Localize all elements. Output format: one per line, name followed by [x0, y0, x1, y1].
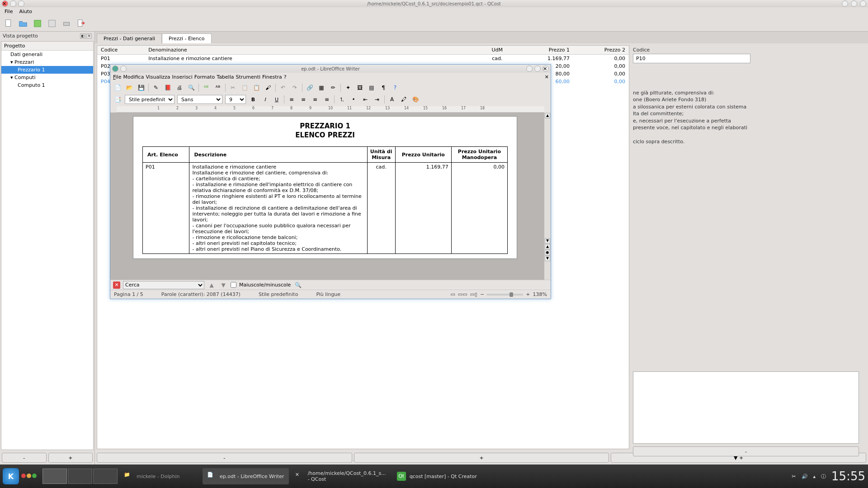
task-qcost[interactable]: ✕ /home/mickele/QCost_0.6.1_s...- QCost: [291, 468, 391, 484]
menu-aiuto[interactable]: Aiuto: [16, 8, 35, 15]
saveas-icon[interactable]: [47, 19, 57, 28]
lo-minimize-icon[interactable]: [526, 66, 533, 72]
lo-spellcheck-icon[interactable]: ᴬᴮ: [202, 83, 211, 92]
row-remove-button[interactable]: -: [97, 453, 352, 463]
tab-dati-generali[interactable]: Prezzi - Dati generali: [97, 33, 162, 43]
col-codice[interactable]: Codice: [97, 46, 145, 55]
volume-tray-icon[interactable]: 🔊: [802, 474, 808, 479]
lo-indent-icon[interactable]: ⇥: [373, 95, 382, 104]
lo-size-select[interactable]: 9: [225, 95, 246, 104]
tree-item-prezzari[interactable]: ▾ Prezzari: [1, 58, 93, 66]
lo-menu-help[interactable]: ?: [284, 74, 287, 80]
lo-table-icon[interactable]: ▦: [317, 83, 326, 92]
tray-expand-icon[interactable]: ▴: [813, 474, 816, 479]
scroll-next-icon[interactable]: ▼: [545, 256, 550, 261]
lo-pin-icon[interactable]: [120, 66, 127, 72]
lo-italic-icon[interactable]: I: [260, 95, 269, 104]
new-icon[interactable]: [4, 19, 14, 28]
lo-underline-icon[interactable]: U: [272, 95, 281, 104]
col-udm[interactable]: UdM: [479, 46, 515, 55]
lo-paste-icon[interactable]: 📋: [252, 83, 261, 92]
status-words[interactable]: Parole (caratteri): 2087 (14437): [161, 291, 241, 297]
search-close-icon[interactable]: ✕: [113, 282, 120, 289]
tree-item-prezzario1[interactable]: Prezzario 1: [1, 66, 93, 74]
codice-input[interactable]: [633, 54, 750, 63]
col-p2[interactable]: Prezzo 2: [573, 46, 629, 55]
status-lang[interactable]: Più lingue: [316, 291, 340, 297]
lo-align-left-icon[interactable]: ≡: [287, 95, 296, 104]
lo-undo-icon[interactable]: ↶: [278, 83, 288, 92]
status-style[interactable]: Stile predefinito: [259, 291, 298, 297]
taskbar-clock[interactable]: 15:55: [831, 469, 865, 483]
lo-bg-color-icon[interactable]: 🎨: [411, 95, 420, 104]
lo-cut-icon[interactable]: ✂: [228, 83, 237, 92]
open-icon[interactable]: [18, 19, 28, 28]
lo-menu-file[interactable]: FFileile: [113, 74, 121, 80]
search-prev-icon[interactable]: ▲: [207, 281, 216, 290]
tree-item-dati-generali[interactable]: Dati generali: [1, 51, 93, 58]
scroll-down-icon[interactable]: ▼: [545, 238, 550, 244]
max-icon[interactable]: [851, 0, 857, 7]
col-p1[interactable]: Prezzo 1: [515, 46, 573, 55]
tab-elenco[interactable]: Prezzi - Elenco: [162, 33, 212, 43]
lo-new-icon[interactable]: 📄: [113, 83, 122, 92]
lo-sys-icon[interactable]: [112, 66, 118, 72]
status-page[interactable]: Pagina 1 / 5: [114, 291, 143, 297]
close-icon[interactable]: ✕: [2, 0, 8, 7]
tree-item-computo1[interactable]: Computo 1: [1, 81, 93, 89]
table-row[interactable]: P01Installazione e rimozione cantierecad…: [97, 55, 629, 63]
lo-data-icon[interactable]: ▤: [367, 83, 376, 92]
lo-outdent-icon[interactable]: ⇤: [361, 95, 370, 104]
lo-numbered-icon[interactable]: ⒈: [337, 95, 346, 104]
lo-maximize-icon[interactable]: [534, 66, 541, 72]
detail-remove-button[interactable]: -: [633, 446, 859, 456]
lo-pdf-icon[interactable]: 📕: [163, 83, 172, 92]
lo-menu-modifica[interactable]: Modifica: [123, 74, 144, 80]
task-qtcreator[interactable]: Qt qcost [master] - Qt Creator: [392, 468, 481, 484]
lo-auto-spell-icon[interactable]: ᴬᴮ: [213, 83, 222, 92]
lo-align-center-icon[interactable]: ≡: [299, 95, 308, 104]
lo-help-icon[interactable]: ?: [391, 83, 400, 92]
sidebar-detach-icon[interactable]: ◧: [80, 33, 85, 39]
lo-style-select[interactable]: Stile predefinito: [125, 95, 175, 104]
lo-styles-icon[interactable]: 📑: [113, 95, 122, 104]
view-single-icon[interactable]: ▭: [450, 291, 455, 297]
lo-close-icon[interactable]: ✕: [542, 66, 549, 72]
lo-gallery-icon[interactable]: 🖼: [355, 83, 364, 92]
view-multi-icon[interactable]: ▭▭: [458, 291, 467, 297]
lo-draw-icon[interactable]: ✏: [329, 83, 338, 92]
lo-menu-finestra[interactable]: Finestra: [262, 74, 282, 80]
scroll-dot-icon[interactable]: ●: [545, 250, 550, 255]
lo-link-icon[interactable]: 🔗: [305, 83, 314, 92]
sidebar-remove-button[interactable]: -: [2, 453, 47, 463]
lo-highlight-icon[interactable]: 🖍: [399, 95, 408, 104]
zoom-in-icon[interactable]: +: [526, 291, 530, 297]
lo-copy-icon[interactable]: 📋: [240, 83, 249, 92]
project-tree[interactable]: Progetto Dati generali ▾ Prezzari Prezza…: [1, 41, 94, 450]
close2-icon[interactable]: [860, 0, 866, 7]
lo-bullet-icon[interactable]: •: [349, 95, 358, 104]
scroll-up-icon[interactable]: ▲: [545, 113, 550, 118]
desktop-pager[interactable]: [42, 469, 118, 484]
task-dolphin[interactable]: 📁 mickele - Dolphin: [119, 468, 201, 484]
kmenu-icon[interactable]: K: [3, 468, 19, 484]
lo-align-justify-icon[interactable]: ≡: [322, 95, 331, 104]
menu-file[interactable]: File: [2, 8, 15, 15]
search-case-checkbox[interactable]: [231, 282, 236, 288]
lo-menu-inserisci[interactable]: Inserisci: [172, 74, 193, 80]
lo-document-page[interactable]: PREZZARIO 1 ELENCO PREZZI Art. Elenco De…: [133, 116, 517, 259]
lo-brush-icon[interactable]: 🖌: [264, 83, 273, 92]
lo-ruler[interactable]: 123456789101112131415161718: [117, 106, 544, 113]
detail-textarea[interactable]: [633, 371, 859, 444]
lo-preview-icon[interactable]: 🔍: [187, 83, 196, 92]
binoculars-icon[interactable]: 🔍: [293, 281, 302, 290]
lo-scrollbar[interactable]: ▲ ▼ ▲ ● ▼: [544, 113, 551, 280]
save-icon[interactable]: [33, 19, 42, 28]
minimize-icon[interactable]: [10, 0, 16, 7]
min-icon[interactable]: [842, 0, 848, 7]
zoom-value[interactable]: 138%: [533, 291, 547, 297]
lo-menu-formato[interactable]: Formato: [194, 74, 215, 80]
zoom-out-icon[interactable]: −: [480, 291, 484, 297]
lo-menu-tabella[interactable]: Tabella: [217, 74, 234, 80]
lo-font-color-icon[interactable]: A: [387, 95, 396, 104]
